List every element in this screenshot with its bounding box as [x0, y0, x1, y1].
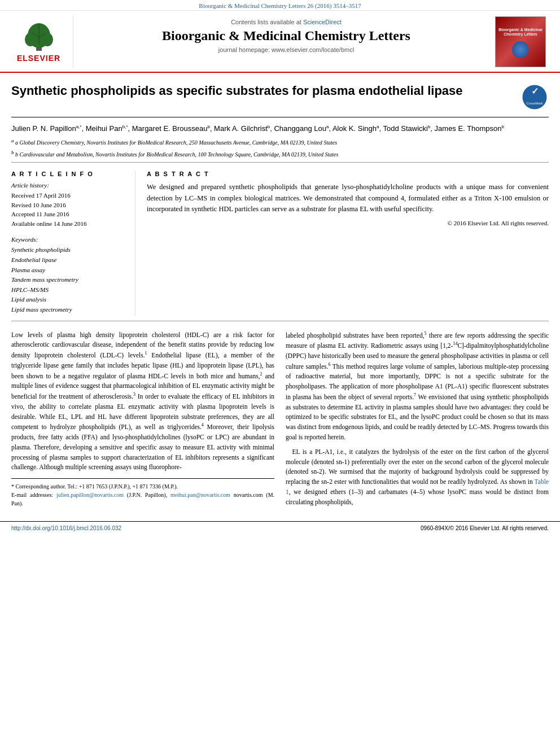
abstract-text: We designed and prepared synthetic phosp…	[147, 182, 549, 215]
received-date: Received 17 April 2016	[11, 191, 126, 200]
footnote-section: * Corresponding author. Tel.: +1 871 765…	[11, 478, 274, 508]
doi-link[interactable]: http://dx.doi.org/10.1016/j.bmcl.2016.06…	[11, 525, 121, 531]
keyword-5: Lipid analysis	[11, 295, 126, 305]
email-link-2[interactable]: meihui.pan@novartis.com	[170, 492, 230, 498]
keywords-section: Keywords: Synthetic phospholipids Endoth…	[11, 236, 126, 314]
keyword-4: HPLC–MS/MS	[11, 285, 126, 295]
journal-title: Bioorganic & Medicinal Chemistry Letters	[80, 28, 492, 44]
cover-image: Bioorganic & Medicinal Chemistry Letters	[495, 16, 546, 67]
copyright-text: © 2016 Elsevier Ltd. All rights reserved…	[147, 220, 549, 226]
journal-homepage: journal homepage: www.elsevier.com/locat…	[80, 46, 492, 53]
keyword-2: Plasma assay	[11, 265, 126, 276]
svg-text:CrossMark: CrossMark	[526, 102, 543, 105]
footnote-corresponding: * Corresponding author. Tel.: +1 871 765…	[11, 482, 274, 491]
journal-header: ELSEVIER Contents lists available at Sci…	[0, 11, 560, 73]
main-content: Synthetic phospholipids as specific subs…	[0, 73, 560, 521]
article-history: Article history: Received 17 April 2016 …	[11, 182, 126, 228]
crossmark-badge[interactable]: ✓ CrossMark	[520, 83, 549, 111]
article-title-section: Synthetic phospholipids as specific subs…	[11, 73, 549, 117]
accepted-date: Accepted 11 June 2016	[11, 209, 126, 219]
history-title: Article history:	[11, 182, 126, 189]
sciencedirect-link[interactable]: ScienceDirect	[303, 19, 342, 25]
body-column-left: Low levels of plasma high density lipopr…	[11, 330, 274, 512]
affiliation-a: a a Global Discovery Chemistry, Novartis…	[11, 137, 549, 147]
keyword-0: Synthetic phospholipids	[11, 245, 126, 255]
journal-cover-thumbnail: Bioorganic & Medicinal Chemistry Letters	[492, 16, 549, 67]
email-link-1[interactable]: julien.papillon@novartis.com	[56, 492, 124, 498]
article-info-abstract-section: A R T I C L E I N F O Article history: R…	[11, 162, 549, 321]
elsevier-wordmark: ELSEVIER	[17, 54, 60, 63]
abstract-column: A B S T R A C T We designed and prepared…	[147, 171, 549, 314]
elsevier-logo: ELSEVIER	[17, 21, 60, 63]
elsevier-logo-section: ELSEVIER	[11, 16, 73, 67]
affiliation-b: b b Cardiovascular and Metabolism, Novar…	[11, 149, 549, 159]
svg-point-2	[25, 33, 36, 46]
article-info-column: A R T I C L E I N F O Article history: R…	[11, 171, 135, 314]
svg-text:✓: ✓	[531, 86, 539, 96]
elsevier-tree-icon	[19, 21, 59, 53]
keywords-heading: Keywords:	[11, 236, 126, 243]
keyword-1: Endothelial lipase	[11, 255, 126, 265]
journal-citation-bar: Bioorganic & Medicinal Chemistry Letters…	[0, 0, 560, 11]
body-paragraph-1: Low levels of plasma high density lipopr…	[11, 330, 274, 473]
svg-point-3	[42, 33, 53, 46]
article-info-heading: A R T I C L E I N F O	[11, 171, 126, 177]
cover-title-text: Bioorganic & Medicinal Chemistry Letters	[496, 25, 545, 40]
main-body-text: Low levels of plasma high density lipopr…	[11, 321, 549, 521]
contents-line: Contents lists available at ScienceDirec…	[80, 19, 492, 25]
issn-text: 0960-894X/© 2016 Elsevier Ltd. All right…	[421, 525, 549, 531]
bottom-bar: http://dx.doi.org/10.1016/j.bmcl.2016.06…	[0, 521, 560, 535]
keyword-6: Lipid mass spectrometry	[11, 305, 126, 315]
footnote-email: E-mail addresses: julien.papillon@novart…	[11, 491, 274, 508]
table-1-link[interactable]: Table 1	[286, 478, 549, 495]
article-title: Synthetic phospholipids as specific subs…	[11, 83, 512, 99]
available-online-date: Available online 14 June 2016	[11, 219, 126, 229]
keyword-3: Tandem mass spectrometry	[11, 275, 126, 285]
authors-section: Julien P. N. Papillona,*, Meihui Panb,*,…	[11, 117, 549, 162]
journal-header-center: Contents lists available at ScienceDirec…	[80, 16, 492, 67]
abstract-heading: A B S T R A C T	[147, 171, 549, 177]
body-paragraph-3: EL is a PL-A1, i.e., it catalyzes the hy…	[286, 447, 549, 508]
cover-decoration	[512, 41, 529, 58]
revised-date: Revised 10 June 2016	[11, 200, 126, 210]
journal-citation-text: Bioorganic & Medicinal Chemistry Letters…	[199, 2, 361, 9]
body-column-right: labeled phospholipid substrates have bee…	[286, 330, 549, 512]
authors-line: Julien P. N. Papillona,*, Meihui Panb,*,…	[11, 123, 549, 135]
body-paragraph-2: labeled phospholipid substrates have bee…	[286, 330, 549, 443]
